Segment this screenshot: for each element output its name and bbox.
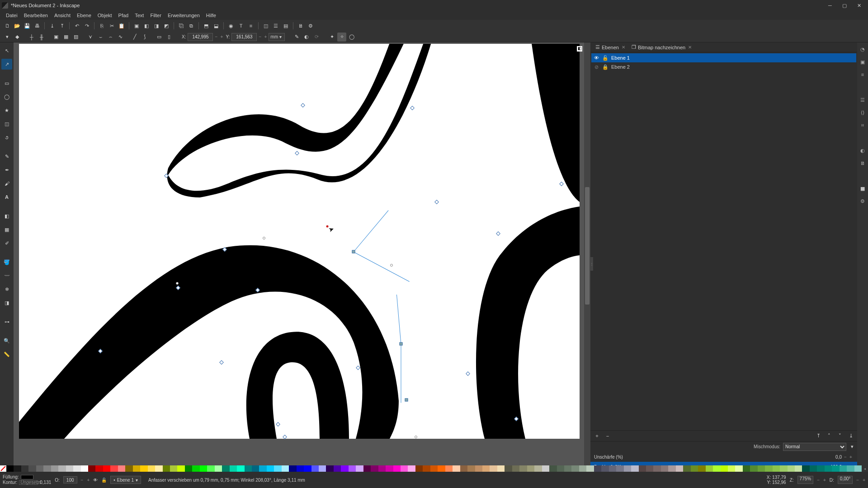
node-join-seg-icon[interactable]: ▦ [61, 33, 71, 42]
layer-name[interactable]: Ebene 2 [611, 64, 630, 70]
menu-file[interactable]: Datei [3, 13, 21, 18]
show-transform-icon[interactable]: ✦ [327, 33, 336, 42]
zoom-draw-icon[interactable]: ◨ [152, 21, 161, 30]
color-swatch[interactable] [788, 465, 795, 472]
canvas[interactable]: ➤ [19, 44, 580, 439]
layer-visibility-toggle[interactable]: 👁 [93, 478, 98, 483]
color-swatch[interactable] [200, 465, 207, 472]
color-swatch[interactable] [668, 465, 675, 472]
rail-docprops-icon[interactable]: 🗎 [859, 159, 867, 167]
color-swatch[interactable] [512, 465, 519, 472]
close-icon[interactable]: ✕ [622, 45, 625, 50]
color-swatch[interactable] [341, 465, 348, 472]
mesh-tool-icon[interactable]: ▦ [1, 224, 12, 235]
color-swatch[interactable] [73, 465, 80, 472]
layer-visibility-icon[interactable]: 👁 [593, 55, 599, 61]
color-swatch[interactable] [639, 465, 646, 472]
clip-edit-icon[interactable]: ✎ [292, 33, 301, 42]
color-swatch[interactable] [557, 465, 564, 472]
color-swatch[interactable] [817, 465, 824, 472]
color-swatch[interactable] [713, 465, 720, 472]
x-input[interactable] [188, 33, 213, 41]
color-swatch[interactable] [311, 465, 319, 472]
color-swatch[interactable] [222, 465, 229, 472]
color-swatch[interactable] [438, 465, 445, 472]
color-swatch[interactable] [534, 465, 542, 472]
rail-swatches-icon[interactable]: ▦ [859, 184, 867, 192]
node-insert-icon[interactable]: ◆ [13, 33, 22, 42]
maximize-button[interactable]: ▢ [837, 0, 852, 11]
node-tool-icon[interactable]: ↗ [1, 59, 12, 70]
show-outline-icon[interactable]: ◯ [347, 33, 356, 42]
clone-icon[interactable]: ⧉ [187, 21, 196, 30]
node-delete-icon[interactable]: ┼ [27, 33, 36, 42]
spiral-tool-icon[interactable]: ૭ [1, 132, 12, 143]
zoom-page-icon[interactable]: ◧ [142, 21, 151, 30]
layer-lock-icon[interactable]: 🔓 [602, 55, 609, 61]
blur-slider[interactable] [644, 454, 823, 460]
color-swatch[interactable] [363, 465, 371, 472]
calligraphy-tool-icon[interactable]: 🖌 [1, 178, 12, 189]
cms-toggle-icon[interactable]: ◧ [577, 46, 582, 52]
remove-layer-icon[interactable]: − [604, 432, 611, 440]
color-swatch[interactable] [847, 465, 854, 472]
panel-toggle[interactable]: ⋮ [590, 257, 593, 271]
fill-swatch[interactable] [21, 475, 33, 479]
bezier-handle[interactable] [415, 436, 417, 438]
add-layer-icon[interactable]: ＋ [593, 432, 600, 440]
color-swatch[interactable] [773, 465, 780, 472]
color-swatch[interactable] [616, 465, 623, 472]
text-dlg-icon[interactable]: T [236, 21, 245, 30]
vertical-scrollbar[interactable] [584, 42, 590, 472]
color-swatch[interactable] [51, 465, 58, 472]
obj-to-path-icon[interactable]: ▭ [155, 33, 164, 42]
new-doc-icon[interactable]: 🗋 [3, 21, 12, 30]
selectors-icon[interactable]: ▤ [281, 21, 290, 30]
canvas-area[interactable]: ➤ ⋮ ◧ [14, 42, 590, 472]
docprops-icon[interactable]: 🗎 [296, 21, 305, 30]
rail-css-icon[interactable]: ⌗ [859, 121, 867, 129]
save-icon[interactable]: 💾 [23, 21, 32, 30]
3dbox-tool-icon[interactable]: ◫ [1, 118, 12, 129]
color-swatch[interactable] [453, 465, 460, 472]
color-swatch[interactable] [706, 465, 713, 472]
color-swatch[interactable] [445, 465, 453, 472]
color-swatch[interactable] [118, 465, 125, 472]
color-swatch[interactable] [505, 465, 512, 472]
color-swatch[interactable] [542, 465, 549, 472]
layer-row[interactable]: ⊘ 🔒 Ebene 2 [591, 62, 856, 71]
open-icon[interactable]: 📂 [13, 21, 22, 30]
layer-up-icon[interactable]: ˄ [826, 432, 833, 440]
color-swatch[interactable] [490, 465, 497, 472]
color-swatch[interactable] [66, 465, 73, 472]
tab-trace[interactable]: ❐ Bitmap nachzeichnen ✕ [628, 43, 695, 52]
color-swatch[interactable] [802, 465, 809, 472]
blendmode-select[interactable]: Normal [783, 443, 846, 451]
color-swatch[interactable] [840, 465, 847, 472]
color-swatch[interactable] [601, 465, 609, 472]
color-swatch[interactable] [14, 465, 21, 472]
layer-row[interactable]: 👁 🔓 Ebene 1 [591, 53, 856, 62]
unit-select[interactable]: mm ▾ [269, 33, 285, 41]
color-swatch[interactable] [349, 465, 356, 472]
layers-dlg-icon[interactable]: ☰ [271, 21, 280, 30]
color-swatch[interactable] [631, 465, 638, 472]
rail-align-icon[interactable]: ≡ [859, 70, 867, 79]
y-input[interactable] [231, 33, 257, 41]
color-swatch[interactable] [177, 465, 184, 472]
bezier-handle[interactable] [390, 264, 393, 267]
layer-down-icon[interactable]: ˅ [836, 432, 844, 440]
color-swatch[interactable] [691, 465, 698, 472]
mask-edit-icon[interactable]: ◐ [302, 33, 311, 42]
rail-obj-icon[interactable]: ▣ [859, 58, 867, 66]
align-dlg-icon[interactable]: ≡ [246, 21, 255, 30]
zoom-dec[interactable]: − [817, 478, 820, 483]
color-swatch[interactable] [393, 465, 401, 472]
no-color-swatch[interactable] [0, 465, 6, 472]
layer-lock-toggle[interactable]: 🔓 [101, 478, 107, 483]
color-swatch[interactable] [497, 465, 505, 472]
copy-icon[interactable]: ⎘ [97, 21, 106, 30]
layer-selector[interactable]: •Ebene 1▾ [110, 476, 141, 484]
color-swatch[interactable] [743, 465, 750, 472]
color-swatch[interactable] [646, 465, 653, 472]
